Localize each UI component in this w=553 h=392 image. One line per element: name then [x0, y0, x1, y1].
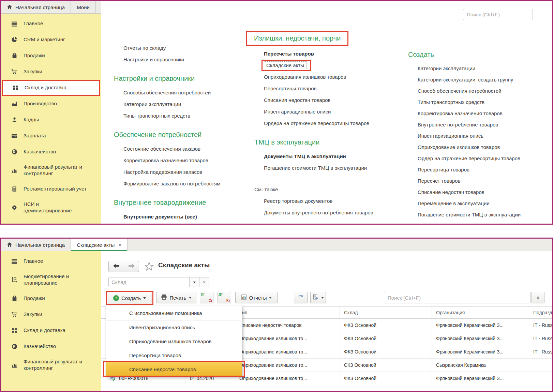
sidebar-item[interactable]: Главное: [1, 253, 101, 269]
menu-link[interactable]: Погашение стоимости ТМЦ в эксплуатации: [254, 162, 406, 174]
sidebar-item[interactable]: PКазначейство: [1, 338, 101, 355]
sidebar-item[interactable]: Финансовый результат иконтроллинг: [1, 355, 101, 376]
sidebar-item[interactable]: Закупки: [1, 306, 101, 322]
menu-link[interactable]: Перемещение в эксплуатации: [408, 198, 553, 209]
tab-item[interactable]: Начальная страница: [1, 239, 71, 251]
column-header[interactable]: Тип: [235, 307, 340, 318]
sidebar-item[interactable]: Регламентированный учет: [1, 181, 101, 197]
sidebar-item[interactable]: PКазначейство: [1, 144, 101, 160]
menu-link[interactable]: Типы транспортных средств: [408, 96, 553, 108]
sidebar-item[interactable]: CRM и маркетинг: [1, 32, 101, 48]
list-search-input[interactable]: [384, 292, 530, 303]
plus-icon: +: [113, 295, 119, 301]
print-button[interactable]: Печать: [156, 292, 196, 303]
dtkt-posting-button[interactable]: Дт Кт: [218, 292, 231, 303]
create-button[interactable]: + Создать: [107, 292, 152, 304]
menu-link[interactable]: Складские акты: [254, 59, 406, 71]
menu-link[interactable]: Ордер на отражение пересортицы товаров: [408, 153, 553, 164]
cr-label: Cr: [209, 299, 212, 303]
pie-icon: [11, 37, 17, 43]
menu-link[interactable]: Внутренние документы (все): [114, 211, 251, 222]
menu-link-focused[interactable]: Складские акты: [264, 61, 307, 69]
menu-link[interactable]: Реестр торговых документов: [254, 195, 406, 207]
menu-link[interactable]: Настройки и справочники: [114, 54, 251, 65]
menu-link[interactable]: Способы обеспечения потребностей: [114, 87, 251, 98]
menu-link[interactable]: Корректировка назначения товаров: [408, 108, 553, 119]
cell-text: Сызранская Керамика: [436, 362, 486, 368]
sidebar-item[interactable]: Бюджетирование ипланирование: [1, 269, 101, 290]
menu-link[interactable]: Списания недостач товаров: [254, 94, 406, 106]
menu-link[interactable]: Категории эксплуатации: создать группу: [408, 74, 553, 85]
cell-text: Оприходование излишков то...: [239, 349, 307, 355]
menu-link[interactable]: Категории эксплуатации: [114, 98, 251, 110]
menu-link[interactable]: Погашение стоимости ТМЦ в эксплуатации: [408, 209, 553, 220]
sidebar-item[interactable]: Производство: [1, 96, 101, 112]
menu-link[interactable]: Отчеты по складу: [114, 42, 251, 54]
search-clear-button[interactable]: x: [532, 292, 544, 303]
menu-link[interactable]: Способ обеспечения потребностей: [408, 85, 553, 96]
menu-link[interactable]: Инвентаризационные описи: [254, 106, 406, 117]
warehouse-filter-input[interactable]: [108, 277, 190, 287]
sidebar-item[interactable]: Финансовый результат иконтроллинг: [1, 160, 101, 181]
menu-link[interactable]: Настройка поддержания запасов: [114, 166, 251, 178]
column-header[interactable]: Подразд: [529, 307, 552, 318]
create-menu-item[interactable]: Пересортица товаров: [106, 348, 242, 362]
menu-section-header: Создать: [408, 51, 553, 59]
menu-link[interactable]: Формирование заказов по потребностям: [114, 178, 251, 189]
sidebar-item[interactable]: Продажи: [1, 48, 101, 64]
column-header[interactable]: Организация: [432, 307, 529, 318]
cell-text: ФКЗ Основной: [344, 322, 376, 328]
tab-active[interactable]: Складские акты×: [71, 239, 128, 251]
menu-link[interactable]: Списание недостач товаров: [408, 186, 553, 198]
menu-link[interactable]: Оприходования излишков товаров: [254, 71, 406, 82]
menu-link[interactable]: Пересчеты товаров: [254, 48, 406, 59]
sidebar-item-label: Закупки: [24, 69, 42, 75]
sidebar-item[interactable]: Главное: [1, 16, 101, 32]
create-menu-item[interactable]: Оприходование излишков товаров: [106, 334, 242, 348]
drcr-posting-button[interactable]: Dr Cr: [200, 292, 213, 303]
sidebar-item-label: Казначейство: [24, 149, 56, 155]
sidebar-item[interactable]: Закупки: [1, 64, 101, 80]
column-header[interactable]: Склад: [340, 307, 432, 318]
menu-link[interactable]: Ордера на отражение пересортицы товаров: [254, 117, 406, 129]
create-menu-item[interactable]: Инвентаризационная опись: [106, 320, 242, 334]
menu-link[interactable]: Корректировка назначения товаров: [114, 154, 251, 166]
menu-link[interactable]: Категории эксплуатации: [408, 63, 553, 74]
tab-item[interactable]: Мони: [71, 1, 96, 13]
export-document-button[interactable]: [310, 292, 326, 303]
sidebar-item[interactable]: Кадры: [1, 112, 101, 128]
close-icon: ×: [203, 280, 206, 285]
menu-link[interactable]: Оприходование излишков товаров: [408, 141, 553, 153]
forward-button[interactable]: [124, 261, 139, 272]
menu-link[interactable]: Документы ТМЦ в эксплуатации: [254, 150, 406, 162]
sidebar-item[interactable]: НСИ иадминистрирование: [1, 197, 101, 218]
table-cell: Оприходование излишков то...: [235, 359, 340, 372]
sidebar-item[interactable]: Продажи: [1, 290, 101, 306]
table-cell: IT - Russ: [529, 345, 552, 358]
tab-item[interactable]: Начальная страница: [1, 1, 71, 13]
refresh-button[interactable]: [294, 292, 308, 303]
cell-text: Фряновский Керамический З...: [436, 376, 504, 381]
warehouse-filter-clear-button[interactable]: ×: [199, 277, 209, 287]
tab-close-icon[interactable]: ×: [118, 242, 121, 248]
warehouse-filter-dropdown-button[interactable]: [190, 277, 199, 287]
favorite-star-icon[interactable]: [145, 262, 154, 271]
menu-link[interactable]: Типы транспортных средств: [114, 110, 251, 121]
table-cell: Фряновский Керамический З...: [432, 319, 529, 332]
create-menu-item[interactable]: С использованием помощника: [106, 306, 242, 320]
back-button[interactable]: [108, 261, 124, 272]
sidebar-item[interactable]: Склад и доставка: [1, 322, 101, 338]
create-menu-item[interactable]: Списание недостач товаров: [106, 362, 242, 376]
menu-link[interactable]: Пересчет товаров: [408, 175, 553, 186]
menu-link[interactable]: Инвентаризационная опись: [408, 130, 553, 141]
sidebar-item[interactable]: Зарплата: [1, 128, 101, 144]
menu-link[interactable]: Регистрация наработок ТМЦ в эксплуатации: [408, 220, 553, 225]
sidebar-item[interactable]: Склад и доставка: [2, 80, 100, 96]
cell-text: ФКЗ Основной: [344, 349, 376, 355]
menu-link[interactable]: Пересортицы товаров: [254, 82, 406, 94]
menu-link[interactable]: Пересортица товаров: [408, 164, 553, 175]
menu-link[interactable]: Документы внутреннего потребления товаро…: [254, 207, 406, 218]
menu-link[interactable]: Состояние обеспечения заказов: [114, 143, 251, 154]
reports-button[interactable]: Отчеты: [235, 292, 278, 303]
menu-link[interactable]: Внутреннее потребление товаров: [408, 119, 553, 130]
